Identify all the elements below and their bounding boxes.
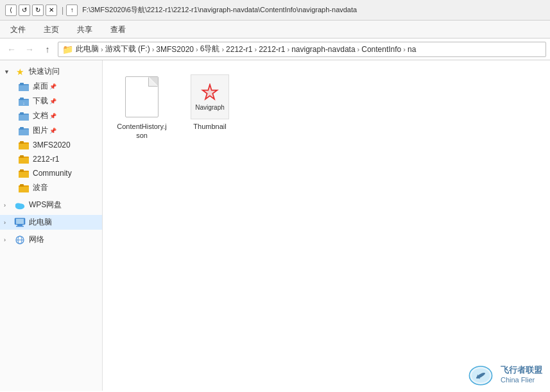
network-section: › 网络 (0, 232, 102, 247)
refresh-btn[interactable]: ↻ (32, 4, 44, 16)
pin-icon-documents: 📌 (49, 113, 56, 119)
wps-section: › WPS网盘 (0, 198, 102, 212)
watermark-text-block: 飞行者联盟 China Flier (501, 364, 542, 384)
navigraph-logo-svg (201, 83, 219, 101)
forward-arrow-btn[interactable]: ↺ (19, 4, 30, 16)
wps-cloud-icon (14, 200, 26, 210)
ribbon: 文件 主页 共享 查看 (0, 21, 550, 38)
sidebar-item-desktop-label: 桌面 (33, 81, 48, 92)
address-path-box[interactable]: 📁 此电脑 › 游戏下载 (F:) › 3MFS2020 › 6导航 › 221… (58, 42, 546, 57)
bc-sep2: › (152, 46, 155, 53)
stop-btn[interactable]: ✕ (46, 4, 57, 16)
svg-rect-9 (20, 112, 24, 115)
file-item-thumbnail[interactable]: Navigraph Thumbnail (181, 71, 239, 144)
sidebar-item-downloads[interactable]: ↓ 下载 📌 (0, 94, 102, 108)
bc-drive: 游戏下载 (F:) (105, 44, 150, 55)
sidebar-item-community[interactable]: Community (0, 166, 102, 180)
sidebar-item-documents[interactable]: 文档 📌 (0, 108, 102, 123)
file-icon-thumbnail: Navigraph (191, 74, 229, 119)
bc-computer: 此电脑 (76, 44, 99, 55)
desktop-folder-icon (18, 81, 30, 92)
svg-rect-30 (17, 225, 22, 226)
svg-rect-23 (19, 187, 29, 192)
watermark-line1: 飞行者联盟 (501, 364, 542, 376)
expand-arrow-computer: › (4, 219, 13, 226)
svg-rect-29 (16, 219, 24, 224)
downloads-folder-icon: ↓ (18, 96, 30, 107)
tab-file[interactable]: 文件 (1, 22, 35, 38)
network-header[interactable]: › 网络 (0, 232, 102, 247)
tab-share[interactable]: 共享 (68, 22, 101, 38)
wps-header[interactable]: › WPS网盘 (0, 198, 102, 212)
computer-icon (14, 217, 26, 228)
back-btn[interactable]: ← (4, 42, 19, 57)
sidebar-item-community-label: Community (33, 169, 72, 178)
watermark-logo-svg (465, 361, 497, 387)
svg-rect-15 (20, 141, 24, 144)
svg-rect-31 (16, 226, 24, 227)
bc-6nav: 6导航 (200, 44, 220, 55)
bc-2212r1b: 2212-r1 (259, 45, 285, 54)
tab-view[interactable]: 查看 (101, 22, 135, 38)
file-name-contenthistory: ContentHistory.json (117, 122, 167, 141)
svg-rect-2 (20, 83, 24, 85)
forward-btn[interactable]: → (22, 42, 37, 57)
ribbon-tab-bar: 文件 主页 共享 查看 (0, 21, 550, 38)
svg-rect-11 (19, 130, 29, 135)
bc-sep8: › (403, 46, 406, 53)
navigraph-thumb-box: Navigraph (191, 74, 229, 119)
community-folder-icon (18, 168, 30, 178)
bc-sep4: › (221, 46, 224, 53)
file-name-thumbnail: Thumbnail (193, 122, 226, 131)
pictures-folder-icon (18, 126, 30, 136)
pin-icon-desktop: 📌 (49, 83, 56, 90)
bc-sep7: › (357, 46, 360, 53)
3mfs2020-folder-icon (18, 140, 30, 150)
pin-icon-downloads: 📌 (49, 98, 56, 105)
quickaccess-header[interactable]: ▼ ★ 快速访问 (0, 64, 102, 79)
sidebar-item-boyin-label: 波音 (33, 182, 48, 193)
svg-rect-17 (19, 158, 29, 164)
sidebar-item-desktop[interactable]: 桌面 📌 (0, 79, 102, 94)
bc-na: na (408, 45, 416, 54)
network-icon (14, 235, 26, 245)
svg-rect-8 (19, 115, 29, 121)
content-area: ContentHistory.json Navigraph Thumbnail (103, 60, 550, 391)
2212r1-folder-icon (18, 154, 30, 164)
up-dir-btn[interactable]: ↑ (40, 42, 55, 57)
sidebar-item-2212r1[interactable]: 2212-r1 (0, 152, 102, 166)
tab-home[interactable]: 主页 (35, 22, 68, 38)
sidebar-item-documents-label: 文档 (33, 110, 48, 121)
bc-2212r1a: 2212-r1 (226, 45, 252, 54)
sidebar-item-2212r1-label: 2212-r1 (33, 155, 59, 164)
folder-icon: 📁 (62, 44, 73, 55)
up-btn[interactable]: ↑ (66, 4, 78, 16)
svg-rect-5 (20, 98, 24, 100)
computer-header[interactable]: › 此电脑 (0, 215, 102, 230)
expand-arrow-wps: › (4, 202, 13, 209)
svg-text:↓: ↓ (22, 101, 25, 105)
navigraph-text: Navigraph (195, 104, 225, 111)
network-label: 网络 (29, 234, 44, 245)
window-controls[interactable]: ⟨ ↺ ↻ ✕ | ↑ (5, 4, 80, 16)
title-bar: ⟨ ↺ ↻ ✕ | ↑ F:\3MFS2020\6导航\2212-r1\2212… (0, 0, 550, 21)
bc-sep5: › (254, 46, 257, 53)
sidebar-item-boyin[interactable]: 波音 (0, 180, 102, 195)
bc-navdata: navigraph-navdata (291, 45, 355, 54)
json-file-shape (125, 76, 159, 117)
sidebar: ▼ ★ 快速访问 桌面 📌 (0, 60, 103, 391)
back-arrow-btn[interactable]: ⟨ (5, 4, 17, 16)
address-bar: ← → ↑ 📁 此电脑 › 游戏下载 (F:) › 3MFS2020 › 6导航… (0, 38, 550, 60)
svg-rect-24 (20, 184, 24, 187)
file-grid: ContentHistory.json Navigraph Thumbnail (113, 71, 540, 144)
watermark: 飞行者联盟 China Flier (465, 361, 542, 387)
documents-folder-icon (18, 111, 30, 121)
main-area: ▼ ★ 快速访问 桌面 📌 (0, 60, 550, 391)
sidebar-item-pictures-label: 图片 (33, 125, 48, 136)
sidebar-item-pictures[interactable]: 图片 📌 (0, 123, 102, 138)
boyin-folder-icon (18, 183, 30, 193)
file-item-contenthistory[interactable]: ContentHistory.json (113, 71, 171, 144)
sidebar-item-3mfs2020[interactable]: 3MFS2020 (0, 138, 102, 152)
svg-rect-20 (19, 172, 29, 178)
computer-label: 此电脑 (29, 217, 52, 228)
